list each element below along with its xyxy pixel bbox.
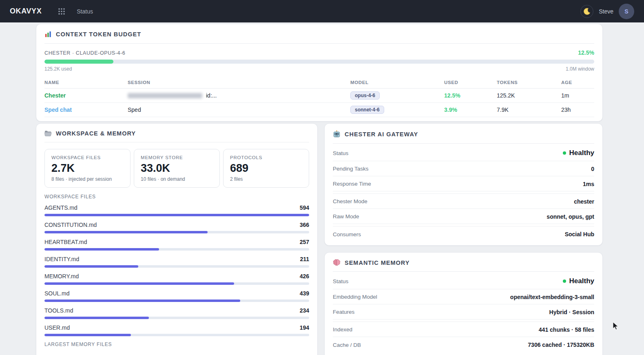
workspace-files-section-label: WORKSPACE FILES [44, 194, 309, 200]
kv-row-features: FeaturesHybrid · Session [333, 304, 594, 320]
budget-used-label: 125.2K used [44, 66, 72, 72]
file-bar-track [44, 265, 309, 268]
file-name: AGENTS.md [44, 204, 77, 211]
file-token-count: 194 [300, 324, 309, 331]
stat-box-workspace-files: WORKSPACE FILES2.7K8 files · injected pe… [44, 149, 131, 188]
budget-percent: 12.5% [578, 49, 594, 56]
stat-value: 33.0K [141, 162, 213, 175]
column-header-name: NAME [44, 80, 128, 85]
kv-row-pending-tasks: Pending Tasks0 [333, 161, 594, 176]
tokens-cell: 125.2K [497, 92, 561, 99]
session-row: Sped chatSpedsonnet-4-63.9%7.9K23h [44, 103, 594, 117]
kv-label: Pending Tasks [333, 166, 369, 172]
file-bar-track [44, 282, 309, 285]
file-usage-item: USER.md194 [44, 324, 309, 336]
model-cell: sonnet-4-6 [350, 106, 444, 114]
file-usage-item: MEMORY.md426 [44, 273, 309, 285]
stat-sub-label: 2 files [230, 176, 302, 182]
kv-label: Embedding Model [333, 294, 377, 300]
theme-toggle-button[interactable] [580, 5, 593, 18]
session-row: Chesterid:...opus-4-612.5%125.2K1m [44, 89, 594, 103]
stat-box-memory-store: MEMORY STORE33.0K10 files · on demand [134, 149, 220, 188]
file-token-count: 257 [300, 239, 309, 245]
kv-value: 1ms [583, 181, 594, 187]
file-name: IDENTITY.md [44, 256, 79, 262]
kv-group: StatusHealthyEmbedding Modelopenai/text-… [333, 273, 594, 320]
file-usage-item: TOOLS.md234 [44, 307, 309, 319]
file-name: USER.md [44, 324, 70, 331]
file-usage-item: AGENTS.md594 [44, 204, 309, 216]
session-id-text: Sped [128, 106, 141, 113]
card-title: CONTEXT TOKEN BUDGET [56, 31, 141, 38]
stat-sub-label: 8 files · injected per session [51, 176, 124, 182]
kv-row-raw-mode: Raw Modesonnet, opus, gpt [333, 209, 594, 224]
session-id-cell: id:... [128, 92, 350, 99]
file-usage-item: CONSTITUTION.md366 [44, 222, 309, 233]
file-name: SOUL.md [44, 290, 69, 297]
kv-group: ConsumersSocial Hub [333, 226, 594, 242]
session-name-link[interactable]: Chester [44, 92, 128, 99]
budget-progress-track [44, 60, 594, 64]
age-cell: 23h [561, 106, 594, 113]
user-name: Steve [599, 8, 613, 15]
chester-ai-gateway-card: CHESTER AI GATEWAY StatusHealthyPending … [324, 123, 603, 246]
column-header-tokens: TOKENS [497, 80, 561, 85]
stat-label: MEMORY STORE [141, 155, 213, 160]
file-bar-fill [44, 317, 149, 319]
file-usage-item: HEARTBEAT.md257 [44, 239, 309, 251]
kv-label: Chester Mode [333, 198, 367, 204]
file-name: TOOLS.md [44, 307, 73, 314]
card-title: CHESTER AI GATEWAY [345, 131, 418, 138]
file-bar-fill [44, 248, 159, 251]
file-token-count: 366 [300, 222, 309, 228]
brain-icon [333, 259, 341, 266]
avatar[interactable]: S [619, 4, 634, 19]
kv-label: Features [333, 309, 354, 315]
session-id-cell: Sped [128, 106, 350, 113]
kv-row-cache-db: Cache / DB7306 cached · 175320KB [333, 337, 594, 352]
semantic-memory-card: SEMANTIC MEMORY StatusHealthyEmbedding M… [324, 252, 603, 355]
file-bar-track [44, 231, 309, 233]
redacted-session-id [128, 93, 202, 98]
kv-row-chester-mode: Chester Modechester [333, 194, 594, 209]
file-token-count: 234 [300, 307, 309, 314]
file-bar-fill [44, 231, 208, 233]
kv-value: chester [574, 198, 594, 205]
column-header-age: AGE [561, 80, 594, 85]
stat-label: WORKSPACE FILES [51, 155, 124, 160]
kv-row-embedding-model: Embedding Modelopenai/text-embedding-3-s… [333, 289, 594, 304]
used-percent-cell: 12.5% [444, 92, 497, 99]
largest-memory-files-section-label: LARGEST MEMORY FILES [44, 342, 309, 347]
file-name: CONSTITUTION.md [44, 222, 97, 228]
kv-label: Consumers [333, 231, 361, 237]
robot-icon [333, 130, 341, 138]
file-bar-track [44, 214, 309, 216]
kv-row-indexed: Indexed441 chunks · 58 files [333, 322, 594, 337]
kv-label: Cache / DB [333, 342, 361, 348]
kv-row-consumers: ConsumersSocial Hub [333, 226, 594, 242]
context-token-budget-card: CONTEXT TOKEN BUDGET CHESTER · CLAUDE-OP… [36, 24, 603, 122]
column-header-session: SESSION [128, 80, 350, 85]
budget-window-label: 1.0M window [566, 66, 594, 72]
nav-item-status[interactable]: Status [77, 8, 93, 15]
brand-logo: OKAVYX [10, 7, 42, 16]
file-token-count: 426 [300, 273, 309, 280]
apps-grid-button[interactable] [56, 6, 67, 17]
stat-value: 2.7K [51, 162, 124, 175]
kv-value: Healthy [563, 277, 594, 285]
file-token-count: 439 [300, 290, 309, 297]
grid-dots-icon [58, 7, 66, 16]
healthy-dot-icon [563, 151, 566, 155]
session-name-link[interactable]: Sped chat [44, 106, 128, 113]
kv-value: 441 chunks · 58 files [539, 326, 594, 333]
column-header-model: MODEL [350, 80, 444, 85]
healthy-dot-icon [563, 280, 566, 283]
kv-group: Indexed441 chunks · 58 filesCache / DB73… [333, 322, 594, 352]
budget-agent-label: CHESTER · CLAUDE-OPUS-4-6 [44, 50, 125, 56]
card-title: SEMANTIC MEMORY [345, 260, 409, 266]
stat-value: 689 [230, 162, 302, 175]
file-bar-fill [44, 300, 240, 302]
file-bar-track [44, 334, 309, 336]
model-cell: opus-4-6 [350, 91, 444, 100]
session-id-text: id:... [206, 92, 217, 99]
